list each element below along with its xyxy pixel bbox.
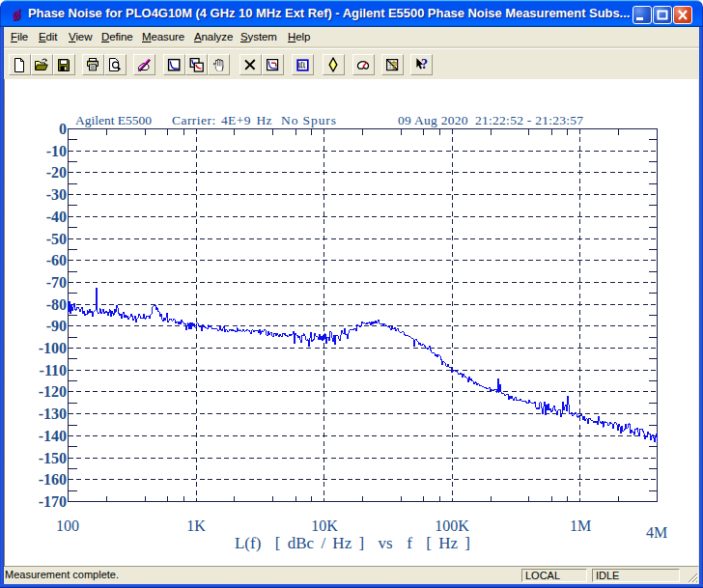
svg-text:-110: -110 bbox=[40, 362, 67, 378]
svg-text:-90: -90 bbox=[46, 318, 67, 334]
svg-text:100K: 100K bbox=[435, 518, 469, 534]
svg-text:-60: -60 bbox=[46, 252, 67, 268]
svg-text:-30: -30 bbox=[46, 186, 67, 203]
svg-text:1M: 1M bbox=[570, 518, 591, 534]
svg-text:-50: -50 bbox=[46, 231, 67, 247]
svg-text:-120: -120 bbox=[39, 383, 67, 400]
svg-text:-10: -10 bbox=[46, 143, 67, 159]
svg-text:-140: -140 bbox=[39, 428, 67, 444]
svg-text:09 Aug 2020 21:22:52 - 21:23:: 09 Aug 2020 21:22:52 - 21:23:57 bbox=[398, 113, 583, 127]
svg-text:-170: -170 bbox=[39, 493, 67, 510]
svg-text:-80: -80 bbox=[46, 296, 67, 313]
svg-text:10K: 10K bbox=[311, 518, 338, 534]
svg-text:-70: -70 bbox=[46, 274, 67, 291]
svg-text:100: 100 bbox=[56, 518, 79, 534]
svg-text:1K: 1K bbox=[186, 518, 206, 534]
svg-text:-160: -160 bbox=[39, 471, 67, 488]
svg-text:No Spurs: No Spurs bbox=[281, 113, 337, 127]
svg-text:4M: 4M bbox=[646, 524, 667, 541]
svg-text:0: 0 bbox=[59, 121, 67, 137]
svg-text:Agilent E5500: Agilent E5500 bbox=[75, 113, 152, 127]
svg-text:-20: -20 bbox=[46, 164, 67, 181]
svg-text:?: ? bbox=[390, 60, 397, 71]
svg-text:-100: -100 bbox=[39, 340, 67, 356]
svg-text:-150: -150 bbox=[39, 450, 67, 466]
svg-text:L(f) [ dBc / Hz ] vs f [ H: L(f) [ dBc / Hz ] vs f [ Hz ] bbox=[235, 534, 470, 552]
svg-text:Carrier: 4E+9 Hz: Carrier: 4E+9 Hz bbox=[172, 113, 272, 127]
svg-text:-130: -130 bbox=[39, 406, 67, 422]
svg-text:?: ? bbox=[421, 57, 428, 71]
svg-text:-40: -40 bbox=[46, 209, 67, 225]
